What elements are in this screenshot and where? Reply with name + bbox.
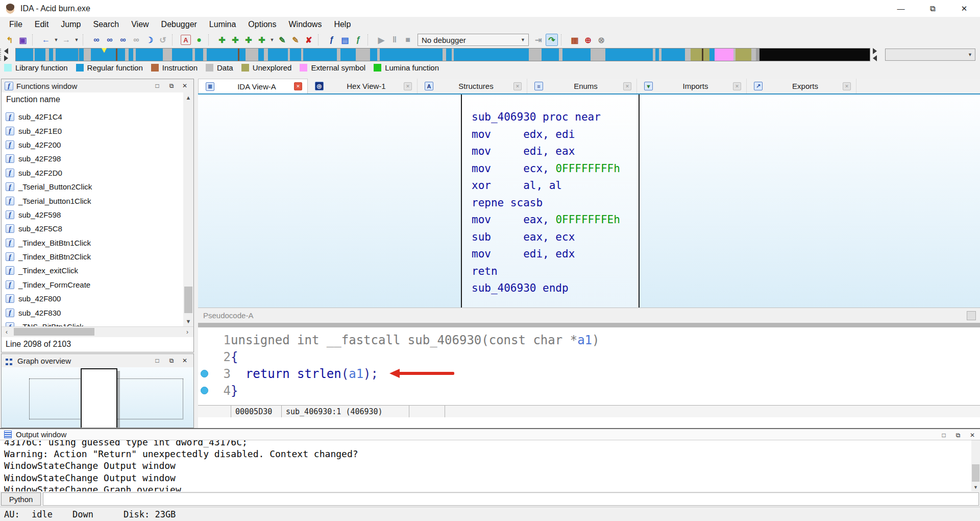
function-list-item[interactable]: fsub_42F2D0 [2, 166, 183, 180]
search-text-icon[interactable]: ∞ [117, 34, 129, 46]
functions-window-header[interactable]: f Functions window □ ⧉ ✕ [2, 79, 193, 93]
breakpoint-gutter[interactable] [198, 370, 212, 377]
functions-close-button[interactable]: ✕ [180, 81, 189, 90]
debug-pause-icon[interactable]: ‖ [388, 34, 401, 46]
tab-ida-view-a[interactable]: ≣IDA View-A✕ [198, 79, 308, 93]
graph-overview-header[interactable]: Graph overview □ ⧉ ✕ [2, 354, 193, 368]
scroll-right-icon[interactable]: › [182, 327, 192, 337]
scrollbar-thumb[interactable] [184, 287, 192, 313]
pseudocode-line[interactable]: 1unsigned int __fastcall sub_406930(cons… [198, 331, 980, 348]
pseudocode-titlebar[interactable]: Pseudocode-A [198, 307, 980, 323]
function-list-item[interactable]: fsub_42F1C4 [2, 110, 183, 124]
tab-close-icon[interactable]: ✕ [513, 82, 522, 90]
create-function-icon[interactable]: ✚ [216, 34, 228, 46]
back-history-icon[interactable]: ▼ [53, 34, 59, 46]
menu-help[interactable]: Help [328, 17, 357, 32]
menu-edit[interactable]: Edit [29, 17, 55, 32]
function-list-item[interactable]: fsub_42F1E0 [2, 124, 183, 137]
function-list-item[interactable]: fsub_42F298 [2, 152, 183, 165]
menu-search[interactable]: Search [87, 17, 125, 32]
band-scroll-right-icon[interactable] [4, 55, 8, 61]
disassembly-line[interactable]: mov edi, eax [472, 143, 639, 160]
edit-function-icon[interactable]: ✎ [276, 34, 288, 46]
band-scroll-right2-icon[interactable] [873, 48, 877, 54]
function-window-icon[interactable]: ▤ [339, 34, 351, 46]
disassembly-line[interactable]: mov edi, edx [472, 246, 639, 263]
function-italic-icon[interactable]: ƒ [326, 34, 338, 46]
pseudocode-line[interactable]: 2{ [198, 348, 980, 365]
disassembly-line[interactable]: mov eax, 0FFFFFFFEh [472, 211, 639, 229]
menu-file[interactable]: File [3, 17, 29, 32]
function-list-item[interactable]: fsub_42F598 [2, 208, 183, 222]
forward-icon[interactable]: → [60, 34, 72, 46]
function-list-item[interactable]: f_Tindex_exitClick [2, 264, 183, 277]
disassembly-line[interactable]: retn [472, 263, 639, 280]
add-breakpoint-icon[interactable]: ⊕ [582, 34, 594, 46]
output-log[interactable]: 43176C: using guessed type int dword_431… [0, 440, 971, 491]
breakpoint-gutter[interactable] [198, 336, 212, 344]
step-over-icon[interactable]: ↷ [546, 34, 558, 46]
function-list-item[interactable]: f_Tindex_FormCreate [2, 278, 183, 292]
tab-close-icon[interactable]: ✕ [404, 82, 412, 90]
analysis-indicator-icon[interactable]: ● [193, 34, 205, 46]
back-icon[interactable]: ← [40, 34, 52, 46]
breakpoint-gutter[interactable] [198, 387, 212, 394]
tab-imports[interactable]: ▼Imports✕ [637, 79, 747, 93]
search-memory-icon[interactable]: ∞ [90, 34, 103, 46]
debug-run-icon[interactable]: ▶ [375, 34, 387, 46]
function-list-item[interactable]: fsub_42F800 [2, 292, 183, 305]
function-list-item[interactable]: fsub_42F830 [2, 305, 183, 319]
disassembly-line[interactable]: sub eax, ecx [472, 229, 639, 246]
band-scroll-left-icon[interactable] [4, 48, 8, 54]
disassembly-line[interactable]: sub_406930 proc near [472, 109, 639, 126]
tab-hex-view-1[interactable]: ◎Hex View-1✕ [308, 79, 418, 93]
reopen-icon[interactable]: ↰ [4, 34, 16, 46]
function-list-item[interactable]: fsub_42F5C8 [2, 222, 183, 235]
menu-lumina[interactable]: Lumina [203, 17, 242, 32]
output-maximize-button[interactable]: □ [939, 431, 948, 440]
remove-breakpoint-icon[interactable]: ⊗ [595, 34, 607, 46]
breakpoint-dot-icon[interactable] [201, 370, 208, 377]
disassembly-node[interactable]: sub_406930 proc nearmov edx, edimov edi,… [461, 94, 640, 307]
scroll-up-icon[interactable]: ▲ [183, 92, 193, 103]
band-zoom-select[interactable]: ▼ [885, 49, 975, 61]
save-icon[interactable]: ▣ [17, 34, 29, 46]
scrollbar-thumb[interactable] [972, 464, 979, 482]
output-window-header[interactable]: Output window □ ⧉ ✕ [0, 428, 980, 440]
output-close-button[interactable]: ✕ [968, 431, 977, 440]
graph-node[interactable] [81, 368, 117, 428]
band-drag-handle[interactable] [0, 49, 3, 61]
rename-icon[interactable]: ✎ [289, 34, 302, 46]
graph-close-button[interactable]: ✕ [180, 356, 189, 365]
debugger-select[interactable]: No debugger▼ [418, 34, 529, 46]
output-scrollbar[interactable]: ▼ [971, 440, 980, 491]
pseudocode-editor[interactable]: 1unsigned int __fastcall sub_406930(cons… [198, 327, 980, 405]
restore-button[interactable]: ⧉ [917, 0, 948, 17]
debug-stop-icon[interactable]: ■ [402, 34, 414, 46]
disassembly-line[interactable]: repne scasb [472, 195, 639, 212]
tab-exports[interactable]: ↗Exports✕ [747, 79, 856, 93]
function-list-item[interactable]: fsub_42F200 [2, 138, 183, 152]
navigation-band[interactable] [15, 48, 870, 61]
tab-close-icon[interactable]: ✕ [294, 82, 302, 90]
create-segment-icon[interactable]: ✚ [229, 34, 241, 46]
delete-function-icon[interactable]: ✘ [303, 34, 315, 46]
menu-windows[interactable]: Windows [282, 17, 328, 32]
create-enum-icon[interactable]: ✚ [256, 34, 268, 46]
graph-maximize-button[interactable]: □ [153, 356, 162, 365]
search-disabled-icon[interactable]: ∞ [130, 34, 142, 46]
menu-view[interactable]: View [125, 17, 155, 32]
close-button[interactable]: ✕ [948, 0, 980, 17]
tab-structures[interactable]: AStructures✕ [418, 79, 527, 93]
scroll-left-icon[interactable]: ‹ [2, 327, 12, 337]
functions-maximize-button[interactable]: □ [153, 81, 162, 90]
tab-close-icon[interactable]: ✕ [623, 82, 631, 90]
pseudocode-line[interactable]: 4} [198, 382, 980, 399]
functions-column-header[interactable]: Function name [6, 95, 60, 104]
function-list-item[interactable]: f_Tserial_button1Click [2, 194, 183, 207]
python-command-input[interactable] [43, 492, 979, 506]
function-list-item[interactable]: f_Tserial_Button2Click [2, 180, 183, 194]
create-dropdown-icon[interactable]: ▼ [269, 34, 275, 46]
tab-enums[interactable]: ≡Enums✕ [527, 79, 637, 93]
disassembly-line[interactable]: sub_406930 endp [472, 280, 639, 297]
